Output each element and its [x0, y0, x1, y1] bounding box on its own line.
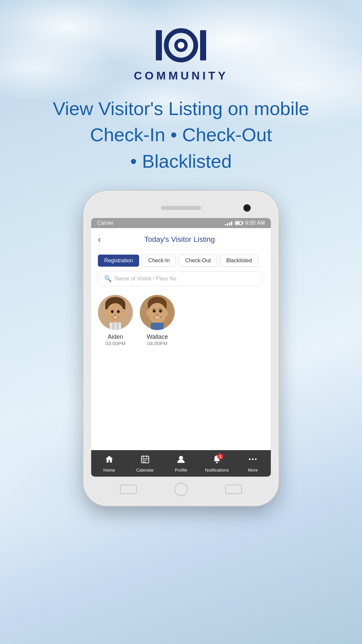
nav-label-profile: Profile [175, 468, 187, 473]
tab-bar: Registration Check-In Check-Out Blacklis… [91, 250, 271, 271]
nav-label-home: Home [103, 468, 115, 473]
visitor-card-aiden[interactable]: Aiden 03:00PM [98, 295, 133, 346]
svg-point-22 [159, 310, 162, 313]
nav-item-profile[interactable]: Profile [168, 455, 194, 473]
nav-item-more[interactable]: More [239, 455, 266, 473]
hw-recent-button[interactable] [225, 485, 242, 494]
phone-screen: Carrier 9:00 AM [91, 218, 271, 477]
page-title: Today's Visitor Listing [104, 235, 255, 244]
phone-speaker [161, 206, 201, 210]
back-button[interactable]: ‹ [98, 234, 101, 245]
svg-point-8 [107, 303, 124, 323]
more-icon [248, 455, 257, 466]
svg-rect-35 [144, 461, 145, 462]
home-icon [105, 455, 114, 466]
svg-rect-31 [143, 460, 144, 461]
logo-subtitle: COMMUNITY [134, 69, 228, 82]
search-placeholder: Name of Visitor / Pass No. [115, 276, 178, 282]
svg-point-11 [114, 314, 116, 316]
notification-badge: 1 [217, 453, 223, 460]
nav-label-notifications: Notifications [205, 468, 229, 473]
battery-icon [235, 221, 242, 225]
search-icon: 🔍 [104, 275, 112, 282]
content-spacer [91, 350, 271, 450]
tab-checkout[interactable]: Check-Out [179, 255, 217, 267]
bottom-nav: Home [91, 450, 271, 477]
phone-bottom-hardware [91, 477, 271, 498]
signal-bar-3 [229, 222, 230, 225]
hw-back-button[interactable] [120, 485, 137, 494]
visitor-name-wallace: Wallace [147, 333, 168, 340]
tab-registration[interactable]: Registration [98, 255, 139, 267]
svg-point-24 [146, 311, 150, 316]
signal-bar-1 [225, 224, 226, 225]
phone-mockup: Carrier 9:00 AM [84, 191, 278, 505]
svg-point-23 [156, 314, 159, 316]
tagline-line2: Check-In • Check-Out [53, 122, 309, 148]
svg-point-9 [111, 310, 114, 313]
app-header: ‹ Today's Visitor Listing [91, 228, 271, 250]
visitor-card-wallace[interactable]: Wallace 04:00PM [140, 295, 175, 346]
svg-point-40 [255, 459, 257, 460]
hw-home-button[interactable] [174, 483, 188, 496]
svg-rect-32 [144, 460, 145, 461]
svg-rect-16 [116, 322, 119, 330]
nav-item-notifications[interactable]: 1 Notifications [203, 455, 230, 473]
svg-point-3 [178, 42, 184, 49]
svg-point-12 [105, 311, 108, 316]
svg-rect-26 [151, 323, 164, 330]
signal-bar-2 [227, 223, 228, 225]
visitor-time-wallace: 04:00PM [147, 340, 167, 346]
svg-rect-33 [146, 460, 147, 461]
svg-rect-0 [156, 30, 162, 60]
profile-icon [177, 455, 185, 466]
carrier-label: Carrier [97, 220, 114, 226]
nav-label-more: More [248, 468, 258, 473]
svg-rect-14 [110, 322, 121, 330]
time-label: 9:00 AM [245, 220, 265, 226]
nav-item-calendar[interactable]: Calendar [132, 455, 159, 473]
phone-camera [243, 204, 251, 212]
page-wrapper: COMMUNITY View Visitor's Listing on mobi… [0, 0, 362, 644]
svg-point-21 [153, 310, 156, 313]
svg-point-25 [165, 311, 168, 316]
visitor-grid: Aiden 03:00PM [91, 291, 271, 350]
signal-bars [225, 221, 232, 225]
svg-point-20 [148, 303, 166, 324]
tagline-line1: View Visitor's Listing on mobile [53, 96, 309, 122]
status-bar: Carrier 9:00 AM [91, 218, 271, 228]
calendar-icon [141, 455, 149, 466]
status-right: 9:00 AM [225, 220, 265, 226]
visitor-time-aiden: 03:00PM [105, 340, 125, 346]
nav-label-calendar: Calendar [136, 468, 154, 473]
battery-fill [236, 222, 240, 224]
nav-item-home[interactable]: Home [96, 455, 123, 473]
svg-point-38 [249, 459, 251, 460]
svg-rect-34 [143, 461, 144, 462]
visitor-name-aiden: Aiden [108, 333, 123, 340]
logo-section: COMMUNITY [134, 23, 228, 82]
svg-rect-15 [112, 322, 115, 330]
svg-rect-4 [200, 30, 206, 60]
tab-blacklisted[interactable]: Blacklisted [220, 255, 258, 267]
bell-icon: 1 [213, 455, 221, 466]
logo-graphic [154, 23, 208, 67]
tab-checkin[interactable]: Check-In [142, 255, 176, 267]
svg-point-13 [122, 311, 126, 316]
tagline-line3: • Blacklisted [53, 148, 309, 174]
phone-top-hardware [91, 201, 271, 215]
svg-point-37 [216, 462, 218, 463]
svg-point-36 [179, 456, 183, 460]
svg-point-10 [117, 310, 120, 313]
phone-outer: Carrier 9:00 AM [84, 191, 278, 505]
search-bar[interactable]: 🔍 Name of Visitor / Pass No. [98, 271, 264, 286]
visitor-avatar-aiden [98, 295, 133, 330]
visitor-avatar-wallace [140, 295, 175, 330]
tagline: View Visitor's Listing on mobile Check-I… [33, 96, 329, 174]
svg-point-39 [252, 459, 254, 460]
signal-bar-4 [231, 221, 232, 225]
